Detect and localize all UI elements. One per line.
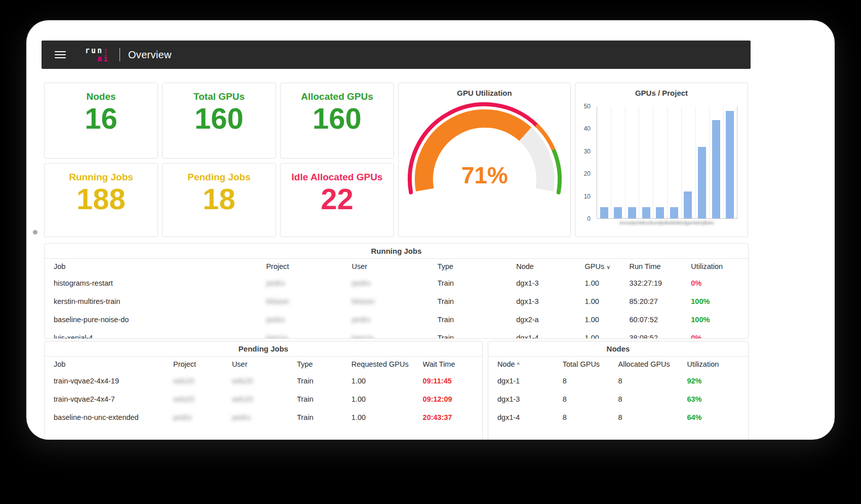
cell-run_time: 85:20:27 [630,297,691,305]
cell-total_gpus: 8 [563,395,618,403]
cell-job: luis-xenial-4 [54,334,266,339]
table-row[interactable]: dgx1-48864% [488,408,748,427]
column-header-type[interactable]: Type [438,262,517,270]
bar[interactable] [600,207,608,218]
column-header-user[interactable]: User [352,262,438,270]
cell-node: dgx2-a [516,316,584,324]
stat-label: Idle Allocated GPUs [292,172,383,183]
column-header-type[interactable]: Type [297,360,351,368]
gpu-utilization-gauge: 71% [401,101,568,203]
stat-value: 188 [76,183,126,216]
cell-type: Train [438,334,517,339]
cell-job: baseline-pure-noise-do [54,316,266,324]
cell-utilization: 100% [691,316,739,324]
column-header-project[interactable]: Project [173,360,232,368]
column-header-utilization[interactable]: Utilization [691,262,739,270]
cell-requested_gpus: 1.00 [351,413,423,421]
cell-job: train-vqvae2-4x4-7 [54,395,173,403]
nodes-panel: Nodes Node^Total GPUsAllocated GPUsUtili… [488,341,749,440]
cell-utilization: 63% [687,395,739,403]
pending-jobs-title: Pending Jobs [45,341,482,357]
column-header-requested_gpus[interactable]: Requested GPUs [351,360,423,368]
gauge-arc-green [554,151,560,192]
cell-requested_gpus: 1.00 [351,395,423,403]
column-header-run_time[interactable]: Run Time [630,262,691,270]
logo-line2: ai [97,54,109,63]
logo-line1: run: [85,46,109,55]
column-header-job[interactable]: Job [54,360,173,368]
bar[interactable] [684,191,692,218]
stat-value: 160 [194,102,244,135]
bar[interactable] [628,207,636,218]
column-header-job[interactable]: Job [54,262,266,270]
sort-desc-icon: ∨ [606,264,610,270]
cell-run_time: 332:27:19 [630,279,691,287]
cell-project: kklaser [266,297,351,305]
column-header-node[interactable]: Node^ [497,360,563,368]
column-header-project[interactable]: Project [266,262,351,270]
cell-job: train-vqvae2-4x4-19 [54,377,173,385]
column-header-wait_time[interactable]: Wait Time [423,360,473,368]
pending-jobs-header-row: JobProjectUserTypeRequested GPUsWait Tim… [45,357,482,372]
stat-value: 160 [312,102,362,135]
bar[interactable] [726,111,734,218]
running-jobs-body: histograms-restartpedropedroTraindgx1-31… [45,274,748,339]
column-header-node[interactable]: Node [516,262,584,270]
table-row[interactable]: train-vqvae2-4x4-7wds20wds20Train1.0009:… [45,390,482,408]
table-row[interactable]: histograms-restartpedropedroTraindgx1-31… [45,274,748,292]
pending-jobs-body: train-vqvae2-4x4-19wds20wds20Train1.0009… [45,372,482,427]
table-row[interactable]: baseline-pure-noise-dopedropedroTraindgx… [45,311,748,329]
stat-value: 16 [85,102,118,135]
column-header-total_gpus[interactable]: Total GPUs [563,360,618,368]
stat-card-allocated-gpus: Allocated GPUs 160 [280,83,394,159]
cell-wait_time: 20:43:37 [423,413,473,421]
bar[interactable] [614,207,622,218]
cell-project: lgarcia [266,334,351,339]
cell-node: dgx1-3 [497,395,563,403]
cell-job: kerstin-multires-train [54,297,266,305]
y-tick-label: 10 [584,193,591,200]
cell-user: lgarcia [352,334,438,339]
table-row[interactable]: dgx1-18892% [488,372,748,390]
bar[interactable] [656,207,664,218]
table-row[interactable]: kerstin-multires-trainkklaserkklaserTrai… [45,292,748,311]
cell-job: baseline-no-unc-extended [54,413,173,421]
bar[interactable] [642,207,650,218]
table-row[interactable]: luis-xenial-4lgarcialgarciaTraindgx1-41.… [45,329,748,339]
cell-type: Train [297,413,351,421]
cell-requested_gpus: 1.00 [351,377,423,385]
cell-gpus: 1.00 [585,279,630,287]
running-jobs-panel: Running Jobs JobProjectUserTypeNodeGPUs∨… [44,243,749,339]
bottom-tables-row: Pending Jobs JobProjectUserTypeRequested… [44,341,749,440]
x-axis-labels-blurred: bmusdymkthunburtdjwlbddritklzdgarrlwb2jl… [597,220,737,225]
y-tick-label: 50 [584,103,591,110]
menu-icon[interactable] [55,51,66,58]
sort-asc-icon: ^ [517,362,520,368]
cell-project: wds20 [173,377,232,385]
column-header-user[interactable]: User [232,360,297,368]
column-header-gpus[interactable]: GPUs∨ [585,262,630,270]
stat-card-idle-allocated-gpus: Idle Allocated GPUs 22 [280,163,394,237]
camera-dot [33,230,37,235]
divider [120,48,120,61]
table-row[interactable]: baseline-no-unc-extendedpedropedroTrain1… [45,408,482,427]
cell-user: kklaser [352,297,438,305]
y-tick-label: 40 [584,125,591,132]
table-row[interactable]: train-vqvae2-4x4-19wds20wds20Train1.0009… [45,372,482,390]
cell-allocated_gpus: 8 [618,377,687,385]
cell-type: Train [438,297,517,305]
stat-label: Running Jobs [69,172,133,183]
device-frame: run: ai Overview GPU Utilization 71% GPU… [26,20,835,440]
stats-grid: GPU Utilization 71% GPUs / Project 01020… [44,83,749,237]
bar[interactable] [712,120,720,218]
table-row[interactable]: dgx1-38863% [488,390,748,408]
cell-utilization: 64% [687,413,739,421]
stat-value: 18 [203,183,236,216]
stat-card-pending-jobs: Pending Jobs 18 [162,163,276,237]
bar-chart-plot [597,106,737,219]
bar[interactable] [698,147,706,218]
column-header-utilization[interactable]: Utilization [687,360,739,368]
column-header-allocated_gpus[interactable]: Allocated GPUs [618,360,687,368]
nodes-body: dgx1-18892%dgx1-38863%dgx1-48864% [488,372,748,427]
bar[interactable] [670,207,678,218]
